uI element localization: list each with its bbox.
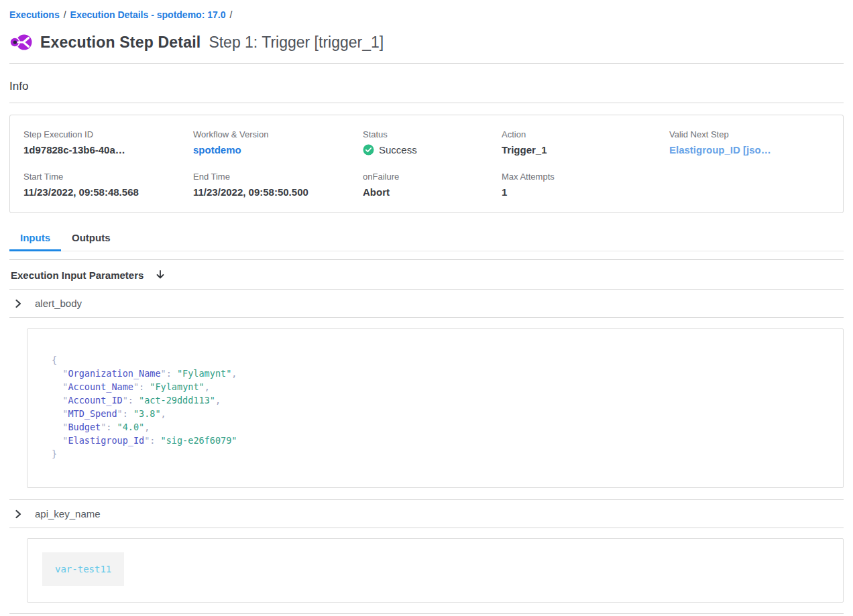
info-field-value: 1d97828c-13b6-40a… <box>23 144 193 156</box>
info-field-value[interactable]: Elastigroup_ID [jso… <box>669 144 830 156</box>
tab-outputs[interactable]: Outputs <box>61 228 121 251</box>
info-field: Step Execution ID1d97828c-13b6-40a… <box>23 129 193 156</box>
info-field: End Time11/23/2022, 09:58:50.500 <box>193 172 363 198</box>
info-field-label: Max Attempts <box>502 172 669 182</box>
info-field <box>669 172 830 198</box>
tab-bar: InputsOutputs <box>9 228 844 251</box>
info-field-label: Step Execution ID <box>23 129 193 139</box>
info-field-label: Valid Next Step <box>669 129 830 139</box>
info-field-label: Status <box>363 129 502 139</box>
tab-inputs[interactable]: Inputs <box>9 228 61 251</box>
param-name[interactable]: api_key_name <box>35 508 101 519</box>
info-field: onFailureAbort <box>363 172 502 198</box>
info-field-value: 1 <box>502 186 669 198</box>
alert-body-json-box: { "Organization_Name": "Fylamynt", "Acco… <box>27 328 844 488</box>
chevron-right-icon[interactable] <box>13 299 23 308</box>
info-field: Max Attempts1 <box>502 172 669 198</box>
info-card: Step Execution ID1d97828c-13b6-40a…Workf… <box>9 115 844 213</box>
info-field-value: Success <box>363 144 502 156</box>
chevron-right-icon[interactable] <box>13 509 23 519</box>
info-field-label: Workflow & Version <box>193 129 363 139</box>
breadcrumb-link[interactable]: Execution Details - spotdemo: 17.0 <box>70 9 226 20</box>
info-field-value[interactable]: spotdemo <box>193 144 363 156</box>
info-field: Valid Next StepElastigroup_ID [jso… <box>669 129 830 156</box>
fylamynt-logo-icon <box>9 32 32 52</box>
params-divider-4 <box>9 528 844 528</box>
info-field-label: Start Time <box>23 172 193 182</box>
info-field-label: onFailure <box>363 172 502 182</box>
header-divider <box>9 63 844 64</box>
info-field: ActionTrigger_1 <box>502 129 669 156</box>
page-subtitle: Step 1: Trigger [trigger_1] <box>209 34 384 52</box>
param-row-api-key-name: api_key_name <box>9 500 844 528</box>
info-field: Start Time11/23/2022, 09:58:48.568 <box>23 172 193 198</box>
api-key-name-value: var-test11 <box>42 552 124 586</box>
page-header: Execution Step Detail Step 1: Trigger [t… <box>9 32 844 52</box>
breadcrumb-separator: / <box>225 9 236 20</box>
json-code: { "Organization_Name": "Fylamynt", "Acco… <box>52 353 830 460</box>
execution-input-parameters-header: Execution Input Parameters <box>9 260 844 289</box>
info-field-label: Action <box>502 129 669 139</box>
params-divider-2 <box>9 317 844 318</box>
info-heading: Info <box>9 80 844 93</box>
check-circle-icon <box>363 144 374 156</box>
breadcrumb: Executions/Execution Details - spotdemo:… <box>9 0 844 20</box>
breadcrumb-link[interactable]: Executions <box>9 9 60 20</box>
execution-input-parameters-title: Execution Input Parameters <box>11 269 144 281</box>
execution-step-detail-page: Executions/Execution Details - spotdemo:… <box>0 0 853 616</box>
info-field-value: Trigger_1 <box>502 144 669 156</box>
param-name[interactable]: alert_body <box>35 298 82 309</box>
param-row-alert-body: alert_body <box>9 290 844 317</box>
page-title: Execution Step Detail <box>40 34 201 52</box>
download-arrow-icon[interactable] <box>154 269 166 281</box>
info-field-value: Abort <box>363 186 502 198</box>
info-field-label: End Time <box>193 172 363 182</box>
info-field-value: 11/23/2022, 09:58:50.500 <box>193 186 363 198</box>
info-divider <box>9 103 844 103</box>
api-key-name-value-box: var-test11 <box>27 538 844 603</box>
breadcrumb-separator: / <box>60 9 70 20</box>
info-field: Workflow & Versionspotdemo <box>193 129 363 156</box>
info-field: StatusSuccess <box>363 129 502 156</box>
info-field-value: 11/23/2022, 09:58:48.568 <box>23 186 193 198</box>
